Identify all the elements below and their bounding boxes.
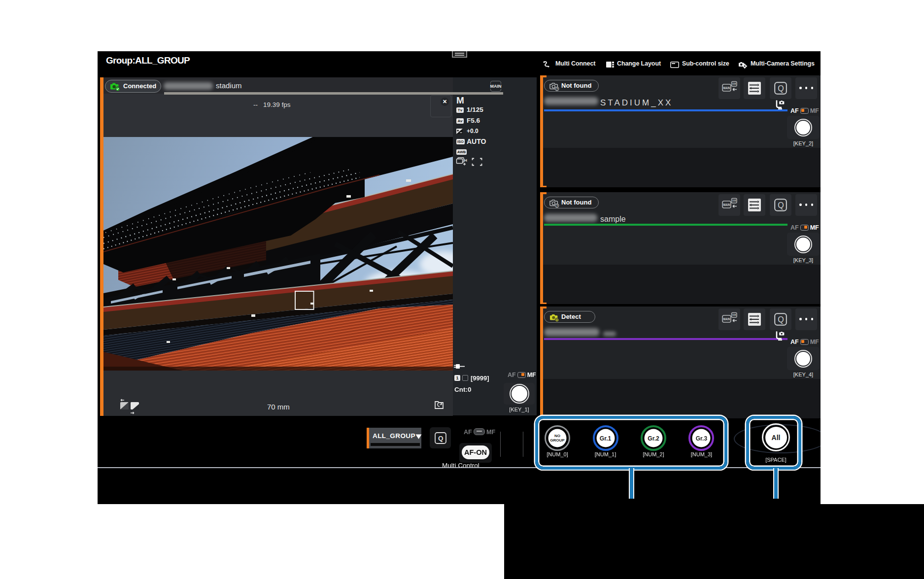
svg-text:Q: Q	[778, 315, 784, 324]
svg-text:Q: Q	[778, 84, 784, 93]
svg-text:?: ?	[556, 204, 558, 207]
svg-text:SUB: SUB	[732, 82, 736, 85]
svg-text:Q: Q	[778, 201, 784, 209]
svg-text:MAIN: MAIN	[723, 86, 730, 90]
svg-text:MAIN: MAIN	[723, 203, 730, 206]
svg-text:H: H	[464, 158, 467, 163]
svg-text:Q: Q	[438, 435, 444, 442]
svg-text:?: ?	[556, 87, 558, 91]
svg-text:SUB: SUB	[732, 199, 736, 202]
svg-text:SUB: SUB	[732, 313, 736, 316]
svg-text:MAIN: MAIN	[723, 317, 730, 321]
